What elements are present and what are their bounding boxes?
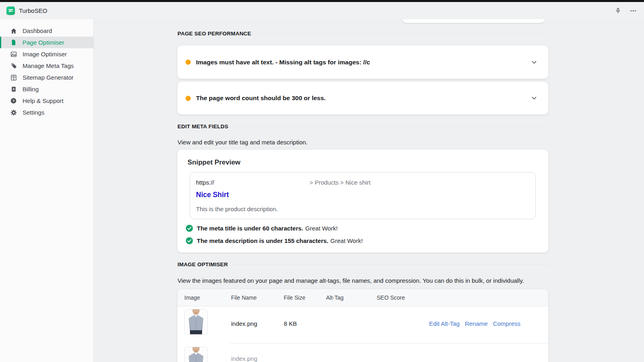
meta-title-check: The meta title is under 60 characters. G… xyxy=(186,224,338,232)
heading-rule xyxy=(256,33,548,34)
sidebar-item-help-support[interactable]: ? Help & Support xyxy=(0,95,93,107)
heading-rule xyxy=(233,264,548,265)
check-text: The meta description is under 155 charac… xyxy=(197,237,328,244)
check-circle-icon xyxy=(186,224,193,232)
svg-text:?: ? xyxy=(12,99,15,103)
section-title: EDIT META FIELDS xyxy=(178,123,228,130)
check-circle-icon xyxy=(186,237,193,245)
warning-dot-icon xyxy=(186,60,191,65)
more-options-icon[interactable] xyxy=(629,6,638,15)
chevron-down-icon[interactable] xyxy=(530,59,538,66)
cell-file-name: index.png xyxy=(231,320,257,327)
image-icon xyxy=(10,50,17,58)
row-actions: Edit Alt-Tag Rename Compress xyxy=(429,320,520,327)
sidebar-item-label: Dashboard xyxy=(23,27,52,34)
serp-page-description: This is the product description. xyxy=(196,206,278,212)
rename-link[interactable]: Rename xyxy=(465,320,488,327)
sidebar-item-label: Image Optimiser xyxy=(23,51,67,58)
serp-breadcrumb: > Products > Nice shirt xyxy=(310,179,371,186)
app-bar: TurboSEO xyxy=(0,2,644,19)
sidebar-item-billing[interactable]: $ Billing xyxy=(0,83,93,95)
tags-icon xyxy=(10,62,17,70)
svg-text:$: $ xyxy=(12,87,14,90)
image-thumbnail[interactable] xyxy=(184,347,208,362)
images-table-header: Image File Name File Size Alt-Tag SEO Sc… xyxy=(178,289,548,306)
column-header-file-name: File Name xyxy=(231,294,257,301)
app-logo xyxy=(6,6,15,15)
check-note: Great Work! xyxy=(330,237,363,244)
issue-text: Images must have alt text. - Missing alt… xyxy=(196,59,370,66)
section-heading-meta: EDIT META FIELDS xyxy=(178,123,548,130)
sidebar-item-label: Sitemap Generator xyxy=(23,74,74,81)
column-header-seo-score: SEO Score xyxy=(377,294,405,301)
sidebar-item-label: Billing xyxy=(23,86,39,93)
images-table: Image File Name File Size Alt-Tag SEO Sc… xyxy=(178,289,548,362)
document-icon xyxy=(10,39,17,46)
issue-accordion-alt-text[interactable]: Images must have alt text. - Missing alt… xyxy=(178,45,548,79)
help-icon: ? xyxy=(10,97,17,105)
image-thumbnail[interactable] xyxy=(184,309,208,335)
pin-icon[interactable] xyxy=(613,6,622,15)
main-content: PAGE SEO PERFORMANCE Images must have al… xyxy=(94,19,644,362)
sidebar: Dashboard Page Optimiser Image Optimiser… xyxy=(0,19,94,362)
cell-file-name: index.png xyxy=(231,355,257,362)
sidebar-item-image-optimiser[interactable]: Image Optimiser xyxy=(0,48,93,60)
column-header-file-size: File Size xyxy=(284,294,305,301)
compress-link[interactable]: Compress xyxy=(493,320,520,327)
snippet-preview-card: Snippet Preview https:// > Products > Ni… xyxy=(178,150,548,253)
table-row: index.png xyxy=(178,343,548,362)
logo-glyph-icon xyxy=(8,8,14,14)
window-top-edge xyxy=(0,0,644,2)
column-header-image: Image xyxy=(184,294,200,301)
chevron-down-icon[interactable] xyxy=(530,95,538,102)
check-text: The meta title is under 60 characters. xyxy=(197,225,303,232)
receipt-icon: $ xyxy=(10,85,17,93)
meta-description-check: The meta description is under 155 charac… xyxy=(186,237,363,245)
serp-page-title: Nice Shirt xyxy=(196,191,229,199)
images-section-description: View the images featured on your page an… xyxy=(178,277,548,284)
serp-url: https:// xyxy=(196,179,214,186)
sidebar-item-page-optimiser[interactable]: Page Optimiser xyxy=(0,37,93,48)
cell-file-size: 8 KB xyxy=(284,320,297,327)
sidebar-item-settings[interactable]: Settings xyxy=(0,107,93,118)
section-title: PAGE SEO PERFORMANCE xyxy=(178,31,251,37)
heading-rule xyxy=(233,126,548,127)
meta-section-description: View and edit your title tag and meta de… xyxy=(178,139,548,146)
scrolled-card-bottom-edge xyxy=(402,19,545,23)
sidebar-item-manage-meta-tags[interactable]: Manage Meta Tags xyxy=(0,60,93,72)
table-row: index.png 8 KB Edit Alt-Tag Rename Compr… xyxy=(178,306,548,343)
serp-preview-box: https:// > Products > Nice shirt Nice Sh… xyxy=(190,172,536,219)
check-note: Great Work! xyxy=(305,225,338,232)
issue-text: The page word count should be 300 or les… xyxy=(196,95,326,102)
snippet-preview-heading: Snippet Preview xyxy=(188,158,240,167)
sidebar-item-label: Settings xyxy=(23,109,44,116)
app-title: TurboSEO xyxy=(19,7,47,14)
book-icon xyxy=(10,74,17,81)
sidebar-item-label: Page Optimiser xyxy=(23,39,64,46)
sidebar-item-dashboard[interactable]: Dashboard xyxy=(0,25,93,37)
issue-accordion-word-count[interactable]: The page word count should be 300 or les… xyxy=(178,82,548,115)
sidebar-item-label: Help & Support xyxy=(23,97,64,104)
home-icon xyxy=(10,27,17,35)
section-heading-images: IMAGE OPTIMISER xyxy=(178,261,548,267)
sidebar-item-sitemap-generator[interactable]: Sitemap Generator xyxy=(0,72,93,83)
section-heading-performance: PAGE SEO PERFORMANCE xyxy=(178,31,548,37)
warning-dot-icon xyxy=(186,96,191,101)
edit-alt-tag-link[interactable]: Edit Alt-Tag xyxy=(429,320,460,327)
column-header-alt-tag: Alt-Tag xyxy=(326,294,344,301)
gear-icon xyxy=(10,109,17,116)
sidebar-item-label: Manage Meta Tags xyxy=(23,62,74,69)
section-title: IMAGE OPTIMISER xyxy=(178,261,228,267)
